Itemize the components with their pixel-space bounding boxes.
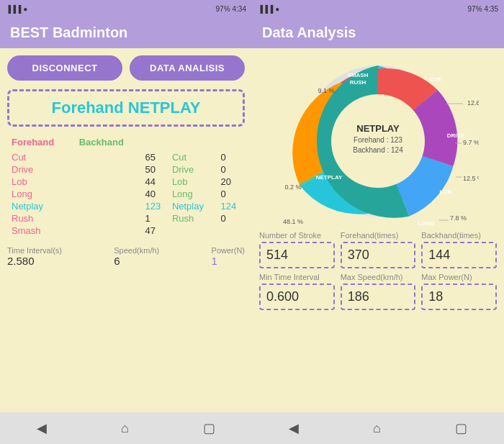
rush-label: RUSH	[350, 79, 366, 86]
pct-smash: 9.1 %	[318, 87, 334, 94]
max-power-cell: Max Power(N) 18	[421, 273, 497, 310]
pct-long: 7.8 %	[450, 214, 467, 222]
stroke-label-text: Forehand NETPLAY	[52, 99, 201, 117]
stroke-count-label: Number of Stroke	[259, 231, 335, 240]
table-row: Long 40 Long 0	[9, 189, 243, 199]
right-nav-bar: ◀ ⌂ ▢	[252, 412, 504, 444]
pct-drive: 9.7 %	[463, 139, 479, 146]
right-home-icon[interactable]: ⌂	[373, 421, 381, 436]
chart-backhand-text: Backhand : 124	[353, 146, 403, 154]
forehand-times-cell: Forehand(times) 370	[341, 231, 416, 268]
signal-icon: ▐▐▐	[6, 5, 21, 13]
long-label: LONG	[418, 220, 434, 227]
right-status-icons: ▐▐▐ ●	[258, 5, 279, 13]
min-time-cell: Min Time Interval 0.600	[259, 273, 335, 310]
right-back-icon[interactable]: ◀	[289, 420, 299, 436]
stats-header: Forehand Backhand	[9, 137, 143, 148]
pct-lob: 12.5 %	[463, 175, 479, 182]
left-app-header: BEST Badminton	[0, 17, 252, 48]
forehand-times-value: 370	[341, 242, 416, 268]
button-row: DISCONNECT DATA ANALISIS	[7, 55, 245, 81]
lob-label: LOB	[440, 189, 452, 195]
right-phone-panel: ▐▐▐ ● 97% 4:35 Data Analysis	[252, 0, 504, 444]
left-app-title: BEST Badminton	[10, 24, 127, 40]
stats-table: Forehand Backhand Cut 65 Cut 0 Drive 50 …	[7, 135, 245, 237]
left-nav-bar: ◀ ⌂ ▢	[0, 412, 252, 444]
max-power-label: Max Power(N)	[421, 273, 497, 281]
bottom-stats: Time Interval(s) 2.580 Speed(km/h) 6 Pow…	[7, 243, 245, 270]
right-wifi-icon: ●	[275, 5, 279, 13]
max-speed-cell: Max Speed(km/h) 186	[341, 273, 416, 310]
table-row: Cut 65 Cut 0	[9, 152, 243, 163]
min-time-label: Min Time Interval	[259, 273, 335, 281]
right-battery-text: 97%	[468, 5, 482, 13]
left-time: 4:34	[233, 5, 246, 13]
max-power-value: 18	[421, 284, 497, 310]
right-time: 4:35	[485, 5, 498, 13]
backhand-times-cell: Backhand(times) 144	[421, 231, 497, 268]
time-interval-label: Time Interval(s)	[7, 246, 62, 255]
speed-value: 6	[114, 255, 159, 267]
home-icon[interactable]: ⌂	[121, 421, 129, 436]
back-icon[interactable]: ◀	[37, 420, 47, 436]
left-phone-panel: ▐▐▐ ● 97% 4:34 BEST Badminton DISCONNECT…	[0, 0, 252, 444]
backhand-times-value: 144	[421, 242, 497, 268]
table-row: Lob 44 Lob 20	[9, 176, 243, 187]
power-stat: Power(N) 1	[212, 246, 245, 267]
left-panel-content: DISCONNECT DATA ANALISIS Forehand NETPLA…	[0, 48, 252, 412]
data-analysis-button[interactable]: DATA ANALISIS	[130, 55, 245, 81]
max-speed-value: 186	[341, 284, 416, 310]
chart-forehand-text: Forehand : 123	[354, 136, 402, 144]
table-row: Smash 47	[9, 225, 243, 236]
right-signal-icon: ▐▐▐	[258, 5, 273, 13]
left-battery-text: 97%	[216, 5, 230, 13]
right-app-title: Data Analysis	[262, 24, 356, 40]
forehand-col-header: Forehand	[9, 137, 76, 148]
speed-stat: Speed(km/h) 6	[114, 246, 159, 267]
table-row: Netplay 123 Netplay 124	[9, 201, 243, 212]
left-status-bar: ▐▐▐ ● 97% 4:34	[0, 0, 252, 17]
smash-label: SMASH	[348, 72, 369, 78]
right-status-bar: ▐▐▐ ● 97% 4:35	[252, 0, 504, 17]
cut-label: CUT	[430, 76, 442, 83]
right-status-right: 97% 4:35	[468, 5, 498, 13]
right-content: NETPLAY Forehand : 123 Backhand : 124 0.…	[252, 48, 504, 412]
data-grid: Number of Stroke 514 Forehand(times) 370…	[256, 231, 500, 310]
data-row-2-labels: Min Time Interval 0.600 Max Speed(km/h) …	[259, 273, 497, 310]
table-row: Drive 50 Drive 0	[9, 164, 243, 175]
donut-chart: NETPLAY Forehand : 123 Backhand : 124 0.…	[277, 51, 479, 231]
left-status-icons: ▐▐▐ ●	[6, 5, 27, 13]
right-recents-icon[interactable]: ▢	[455, 420, 467, 436]
power-label: Power(N)	[212, 246, 245, 255]
stroke-count-value: 514	[259, 242, 335, 268]
recents-icon[interactable]: ▢	[203, 420, 215, 436]
power-value: 1	[212, 255, 245, 267]
chart-center-title: NETPLAY	[356, 123, 400, 134]
pct-cut: 12.6 %	[467, 99, 479, 107]
pct-netplay: 48.1 %	[283, 218, 303, 225]
forehand-times-label: Forehand(times)	[341, 231, 416, 240]
time-interval-stat: Time Interval(s) 2.580	[7, 246, 62, 267]
time-interval-value: 2.580	[7, 255, 62, 267]
backhand-times-label: Backhand(times)	[421, 231, 497, 240]
left-status-right: 97% 4:34	[216, 5, 246, 13]
disconnect-button[interactable]: DISCONNECT	[7, 55, 122, 81]
max-speed-label: Max Speed(km/h)	[341, 273, 416, 281]
pct-small: 0.2 %	[284, 184, 301, 191]
wifi-icon: ●	[23, 5, 27, 13]
table-row: Rush 1 Rush 0	[9, 213, 243, 224]
drive-label: DRIVE	[447, 132, 465, 139]
min-time-value: 0.600	[259, 284, 335, 310]
stroke-count-cell: Number of Stroke 514	[259, 231, 335, 268]
chart-container: NETPLAY Forehand : 123 Backhand : 124 0.…	[256, 51, 500, 231]
speed-label: Speed(km/h)	[114, 246, 159, 255]
netplay-chart-label: NETPLAY	[316, 174, 343, 181]
stroke-label-box: Forehand NETPLAY	[7, 89, 245, 127]
backhand-col-header: Backhand	[76, 137, 144, 148]
right-app-header: Data Analysis	[252, 17, 504, 48]
data-row-1-labels: Number of Stroke 514 Forehand(times) 370…	[259, 231, 497, 268]
